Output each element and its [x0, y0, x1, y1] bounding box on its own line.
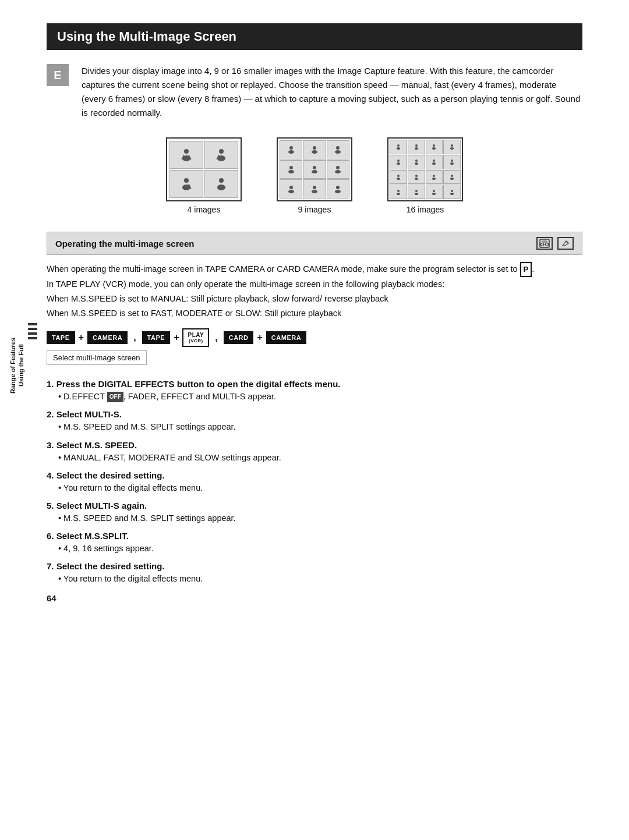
svg-line-67 — [566, 241, 568, 243]
side-bar-line — [28, 328, 37, 330]
operating-title: Operating the multi-image screen — [55, 239, 194, 249]
plus-3: + — [257, 332, 262, 343]
plus-1: + — [79, 332, 84, 343]
grid-cell — [408, 140, 425, 154]
svg-point-24 — [289, 186, 293, 189]
grid-cell — [408, 185, 425, 199]
e-badge: E — [47, 64, 69, 86]
deffect-badge: OFF — [107, 392, 123, 402]
svg-point-33 — [415, 147, 418, 150]
grid-cell — [327, 160, 349, 179]
side-label-line2: Range of Features — [9, 338, 16, 394]
grid-cell — [390, 185, 407, 199]
step-6: 6. Select M.S.SPLIT. 4, 9, 16 settings a… — [47, 531, 582, 555]
svg-point-7 — [184, 178, 189, 183]
step-5-bullet: M.S. SPEED and M.S. SPLIT settings appea… — [58, 512, 582, 525]
step-3-bullet: MANUAL, FAST, MODERATE and SLOW settings… — [58, 451, 582, 465]
step-4-title: 4. Select the desired setting. — [47, 470, 582, 480]
step-7-bullet: You return to the digital effects menu. — [58, 572, 582, 586]
camera-button-1: CAMERA — [87, 331, 128, 344]
step-2-title: 2. Select MULTI-S. — [47, 409, 582, 419]
tape-icon — [536, 237, 553, 250]
select-multi-image[interactable]: Select multi-image screen — [47, 350, 147, 365]
svg-point-16 — [336, 146, 340, 150]
side-label-line1: Using the Full — [17, 345, 24, 387]
op-text-2: In TAPE PLAY (VCR) mode, you can only op… — [47, 277, 582, 292]
grid-cell — [303, 179, 326, 199]
step-4: 4. Select the desired setting. You retur… — [47, 470, 582, 495]
svg-point-54 — [397, 190, 400, 192]
svg-point-10 — [219, 178, 224, 183]
svg-point-4 — [219, 149, 224, 154]
button-row: TAPE + CAMERA , TAPE + PLAY (VCR) , CARD… — [47, 328, 582, 347]
grid-cell — [169, 170, 203, 198]
image-label-4: 4 images — [188, 205, 221, 214]
svg-line-68 — [562, 245, 563, 246]
pen-icon — [557, 237, 574, 250]
svg-point-27 — [312, 190, 317, 193]
step-6-bullet: 4, 9, 16 settings appear. — [58, 542, 582, 555]
svg-point-59 — [432, 193, 436, 195]
grid-cell — [303, 140, 326, 160]
svg-point-63 — [541, 243, 544, 246]
svg-point-44 — [451, 160, 453, 162]
svg-point-12 — [289, 146, 293, 150]
svg-point-58 — [433, 190, 435, 192]
image-label-9: 9 images — [298, 205, 331, 214]
step-2: 2. Select MULTI-S. M.S. SPEED and M.S. S… — [47, 409, 582, 434]
grid-cell — [204, 170, 238, 198]
svg-point-39 — [397, 162, 400, 165]
svg-point-40 — [415, 160, 418, 162]
grid-cell — [327, 179, 349, 199]
grid-cell — [169, 141, 203, 169]
svg-point-41 — [415, 162, 418, 165]
svg-point-42 — [433, 160, 435, 162]
side-bar-line — [28, 323, 37, 325]
grid-cell — [390, 170, 407, 185]
svg-point-11 — [217, 185, 225, 190]
card-button: CARD — [224, 331, 254, 344]
intro-text: Divides your display image into 4, 9 or … — [82, 64, 582, 120]
camera-button-2: CAMERA — [266, 331, 306, 344]
svg-point-35 — [432, 147, 436, 150]
image-label-16: 16 images — [407, 205, 444, 214]
svg-point-48 — [415, 175, 418, 177]
svg-rect-66 — [542, 240, 547, 243]
grid-cell — [426, 140, 443, 154]
svg-point-25 — [288, 190, 294, 193]
op-text-3: When M.S.SPEED is set to MANUAL: Still p… — [47, 292, 582, 306]
play-vcr-button: PLAY (VCR) — [182, 328, 209, 347]
comma-2: , — [215, 332, 217, 343]
grid-cell — [303, 160, 326, 179]
grid-cell — [426, 155, 443, 169]
operating-header: Operating the multi-image screen — [47, 232, 582, 255]
svg-point-13 — [288, 150, 294, 154]
svg-point-56 — [415, 190, 418, 192]
side-label: Range of Features Using the Full — [9, 338, 24, 394]
svg-point-32 — [415, 144, 418, 147]
op-text-4: When M.S.SPEED is set to FAST, MODERATE … — [47, 306, 582, 321]
grid-cell — [390, 155, 407, 169]
tape-button-2: TAPE — [142, 331, 171, 344]
step-3: 3. Select M.S. SPEED. MANUAL, FAST, MODE… — [47, 440, 582, 465]
grid-cell — [390, 140, 407, 154]
svg-point-55 — [397, 193, 400, 195]
grid-cell — [280, 140, 302, 160]
svg-point-61 — [450, 193, 454, 195]
svg-point-20 — [313, 166, 316, 169]
svg-point-28 — [336, 186, 340, 189]
step-7: 7. Select the desired setting. You retur… — [47, 561, 582, 586]
step-5-title: 5. Select MULTI-S again. — [47, 501, 582, 511]
svg-point-14 — [313, 146, 316, 150]
svg-point-46 — [397, 175, 400, 177]
op-text-1: When operating the multi-image screen in… — [47, 262, 582, 277]
svg-point-19 — [288, 170, 294, 173]
image-item-4: 4 images — [166, 137, 242, 214]
side-bar-line — [28, 337, 37, 339]
grid-cell — [327, 140, 349, 160]
plus-2: + — [174, 332, 179, 343]
steps-list: 1. Press the DIGITAL EFFECTS button to o… — [47, 379, 582, 586]
svg-point-0 — [184, 149, 189, 154]
grid-cell — [408, 170, 425, 185]
image-box-16 — [387, 137, 463, 201]
